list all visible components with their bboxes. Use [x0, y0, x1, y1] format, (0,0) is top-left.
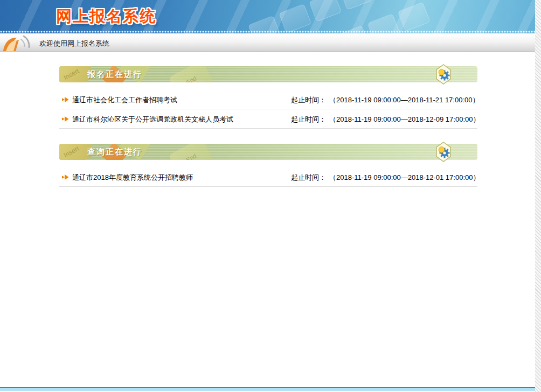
- query-list: 通辽市2018年度教育系统公开招聘教师 起止时间：（2018-11-19 09:…: [59, 167, 477, 187]
- exam-item[interactable]: 通辽市社会化工会工作者招聘考试 起止时间：（2018-11-19 09:00:0…: [59, 90, 477, 109]
- exam-time: 起止时间：（2018-11-19 09:00:00—2018-12-01 17:…: [291, 173, 480, 183]
- exam-time: 起止时间：（2018-11-19 09:00:00—2018-12-09 17:…: [291, 115, 480, 124]
- site-title: 网上报名系统: [56, 6, 156, 27]
- section-title: 查询正在进行: [87, 144, 142, 160]
- arrow-bullet-icon: [61, 116, 70, 122]
- time-range: （2018-11-19 09:00:00—2018-12-01 17:00:00…: [329, 173, 480, 181]
- exam-time: 起止时间：（2018-11-19 09:00:00—2018-11-21 17:…: [291, 95, 480, 105]
- section-title: 报名正在进行: [87, 66, 142, 82]
- exam-title[interactable]: 通辽市2018年度教育系统公开招聘教师: [72, 173, 193, 183]
- main-window: 7 8 9 U I O P: [0, 0, 535, 392]
- time-label: 起止时间：: [291, 173, 326, 181]
- section-header-registration: Insert End 报名正在进行: [59, 66, 477, 82]
- welcome-bar: 欢迎使用网上报名系统: [0, 33, 535, 52]
- right-hatch-strip: [535, 0, 541, 392]
- end-key-art: End: [169, 66, 214, 82]
- registration-list: 通辽市社会化工会工作者招聘考试 起止时间：（2018-11-19 09:00:0…: [59, 90, 477, 129]
- exam-title[interactable]: 通辽市科尔沁区关于公开选调党政机关文秘人员考试: [72, 115, 233, 124]
- exam-title[interactable]: 通辽市社会化工会工作者招聘考试: [72, 95, 177, 105]
- gear-hexagon-icon: [435, 64, 452, 85]
- keyboard-key-art: [309, 0, 342, 22]
- gear-hexagon-icon: [435, 142, 452, 162]
- page: 7 8 9 U I O P: [0, 0, 541, 392]
- arrow-bullet-icon: [61, 96, 70, 103]
- top-banner: 7 8 9 U I O P: [0, 0, 535, 33]
- time-label: 起止时间：: [291, 115, 326, 123]
- time-range: （2018-11-19 09:00:00—2018-11-21 17:00:00…: [329, 96, 480, 104]
- end-key-art: End: [169, 144, 214, 160]
- content-area: Insert End 报名正在进行: [0, 66, 535, 187]
- announce-icon: [2, 33, 36, 52]
- time-label: 起止时间：: [291, 96, 326, 104]
- section-header-query: Insert End 查询正在进行: [59, 144, 477, 160]
- exam-item[interactable]: 通辽市2018年度教育系统公开招聘教师 起止时间：（2018-11-19 09:…: [59, 167, 477, 187]
- arrow-bullet-icon: [61, 174, 70, 180]
- exam-item[interactable]: 通辽市科尔沁区关于公开选调党政机关文秘人员考试 起止时间：（2018-11-19…: [59, 109, 477, 129]
- footer-stripe: [0, 387, 535, 392]
- welcome-text: 欢迎使用网上报名系统: [39, 39, 109, 48]
- banner-dotted-divider: [0, 30, 535, 33]
- time-range: （2018-11-19 09:00:00—2018-12-09 17:00:00…: [329, 115, 480, 123]
- keyboard-key-art: [339, 0, 372, 10]
